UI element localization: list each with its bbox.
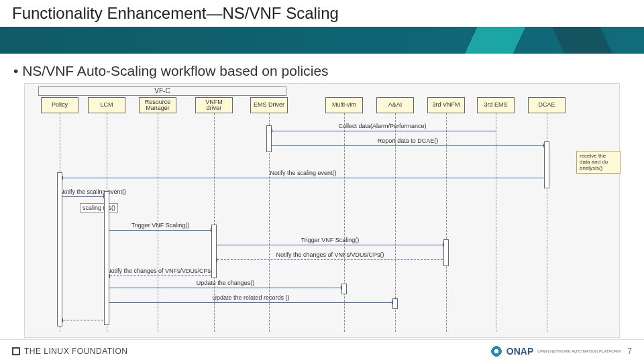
activation-lcm xyxy=(104,191,109,325)
message-arrow xyxy=(269,131,496,131)
message-arrow xyxy=(214,259,446,260)
message-label: Trigger VNF Scaling() xyxy=(107,222,214,229)
participant-vnfmdrv: VNFM driver xyxy=(195,97,233,113)
message-label: Notify the scaling event() xyxy=(60,188,107,195)
page-number: 7 xyxy=(627,347,632,356)
frame-label: VF-C xyxy=(38,86,286,96)
footer: THE LINUX FOUNDATION ONAP OPEN NETWORK A… xyxy=(0,339,644,362)
activation-3rdvnfm xyxy=(443,239,449,266)
message-arrow xyxy=(107,288,344,288)
participant-multivim: Multi-vim xyxy=(325,97,363,113)
activation-policy xyxy=(57,172,62,326)
participant-emsdrv: EMS Driver xyxy=(250,97,288,113)
message-label: Report data to DCAE() xyxy=(269,137,547,144)
activation-aai xyxy=(392,298,398,309)
message-label: Notify the scaling event() xyxy=(60,170,547,176)
title-bar: Functionality Enhancement—NS/VNF Scaling xyxy=(0,0,644,27)
activation-vnfmdrv xyxy=(211,225,217,278)
message-arrow xyxy=(107,302,395,303)
message-arrow xyxy=(60,320,107,320)
activation-emsdrv xyxy=(266,125,272,152)
message-arrow xyxy=(269,145,547,146)
message-label: Notify the changes of VNFs/VDUs/CPs() xyxy=(214,251,446,258)
onap-icon xyxy=(490,345,502,357)
participant-resmgr: Resource Manager xyxy=(139,97,176,113)
message-label: Trigger VNF Scaling() xyxy=(214,237,446,243)
sequence-diagram: VF-C receive the data and do analysis() … xyxy=(24,83,620,338)
message-label: Collect data(Alarm/Performance) xyxy=(269,123,496,129)
message-arrow xyxy=(214,245,446,245)
page-title: Functionality Enhancement—NS/VNF Scaling xyxy=(12,4,339,23)
participant-3rdvnfm: 3rd VNFM xyxy=(427,97,465,113)
self-msg: scaling NS() xyxy=(80,203,118,213)
participant-aai: A&AI xyxy=(376,97,414,113)
message-arrow xyxy=(60,178,547,178)
activation-dcae xyxy=(544,141,549,188)
activation-multivim xyxy=(341,284,347,294)
message-label: Notify the changes of VNFs/VDUs/CPs() xyxy=(107,267,214,274)
message-arrow xyxy=(107,276,214,276)
message-arrow xyxy=(107,230,214,231)
onap-logo: ONAP OPEN NETWORK AUTOMATION PLATFORM xyxy=(490,345,621,357)
message-label: Update the changes() xyxy=(107,280,344,286)
subtitle: • NS/VNF Auto-Scaling workflow based on … xyxy=(0,54,644,83)
participant-lcm: LCM xyxy=(88,97,125,113)
participant-dcae: DCAE xyxy=(528,97,566,113)
message-arrow xyxy=(60,196,107,197)
lf-icon xyxy=(12,347,20,355)
message-label: Update the related records () xyxy=(107,294,395,301)
participant-policy: Policy xyxy=(41,97,78,113)
linux-foundation-logo: THE LINUX FOUNDATION xyxy=(12,347,127,356)
participant-3rdems: 3rd EMS xyxy=(477,97,515,113)
analysis-note: receive the data and do analysis() xyxy=(576,151,621,174)
decor-bar xyxy=(0,27,644,54)
